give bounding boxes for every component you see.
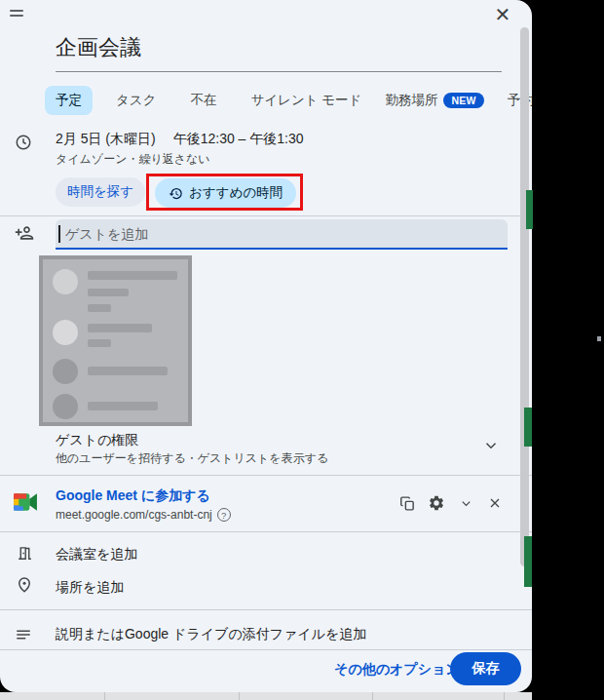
tab-working-location[interactable]: 勤務場所 NEW (385, 92, 483, 109)
suggested-times-label: おすすめの時間 (189, 184, 283, 202)
divider (0, 215, 532, 216)
meet-url-text: meet.google.com/cgs-anbt-cnj (56, 508, 212, 522)
add-description-row[interactable]: 説明またはGoogle ドライブの添付ファイルを追加 (56, 626, 366, 643)
location-pin-icon (16, 576, 39, 600)
suggested-times-button[interactable]: おすすめの時間 (155, 178, 296, 208)
remove-meet-icon[interactable] (485, 493, 505, 513)
tab-focus-time[interactable]: サイレント モード (240, 86, 372, 115)
event-time-range: 午後12:30 – 午後1:30 (173, 131, 304, 146)
new-badge: NEW (443, 93, 483, 108)
find-a-time-button[interactable]: 時間を探す (56, 177, 145, 207)
save-button[interactable]: 保存 (450, 652, 521, 685)
clock-icon (15, 134, 38, 157)
history-icon (169, 186, 183, 201)
help-icon[interactable]: ? (217, 508, 231, 522)
chevron-down-icon[interactable] (456, 493, 475, 513)
close-dialog-icon[interactable]: ✕ (491, 3, 514, 26)
event-date: 2月 5日 (木曜日) (56, 131, 156, 146)
description-lines-icon (15, 626, 38, 649)
meet-url: meet.google.com/cgs-anbt-cnj ? (56, 508, 231, 522)
tab-event[interactable]: 予定 (45, 86, 93, 115)
guest-suggestions-list-redacted[interactable] (39, 255, 192, 426)
google-meet-icon (13, 491, 36, 515)
add-location-row[interactable]: 場所を追加 (56, 579, 124, 597)
background-spreadsheet-fragment (526, 190, 533, 229)
tab-working-location-label: 勤務場所 (385, 92, 437, 109)
guest-permissions-desc: 他のユーザーを招待する・ゲストリストを表示する (56, 450, 328, 467)
tab-out-of-office[interactable]: 不在 (179, 86, 227, 115)
add-guests-input[interactable] (56, 219, 508, 250)
add-room-row[interactable]: 会議室を追加 (56, 546, 137, 564)
copy-icon[interactable] (397, 493, 417, 513)
drag-handle-icon[interactable] (10, 10, 23, 18)
background-spreadsheet-strip (0, 692, 532, 700)
join-google-meet-link[interactable]: Google Meet に参加する (56, 487, 210, 505)
scrollbar[interactable] (520, 27, 529, 566)
background-spreadsheet-fragment (524, 536, 532, 587)
event-type-tabs: 予定 タスク 不在 サイレント モード 勤務場所 NEW 予約スケジュール (45, 86, 532, 115)
divider (0, 609, 532, 610)
event-title-input[interactable]: 企画会議 (56, 33, 502, 72)
divider (0, 531, 532, 532)
meeting-room-icon (17, 545, 40, 568)
meet-actions (397, 493, 505, 513)
background-spreadsheet-fragment (524, 408, 532, 447)
add-guests-icon (15, 223, 38, 247)
event-dialog: ✕ 企画会議 予定 タスク 不在 サイレント モード 勤務場所 NEW 予約スケ… (0, 0, 532, 692)
text-caret (58, 225, 60, 243)
timezone-recurrence-label: タイムゾーン・繰り返さない (56, 151, 210, 168)
more-options-button[interactable]: その他のオプション (334, 661, 460, 679)
divider (0, 649, 532, 650)
divider (0, 475, 532, 476)
guest-permissions-title: ゲストの権限 (56, 432, 138, 449)
background-speck (597, 336, 601, 341)
chevron-down-icon[interactable] (482, 437, 500, 454)
tab-task[interactable]: タスク (105, 86, 167, 115)
event-date-time[interactable]: 2月 5日 (木曜日)午後12:30 – 午後1:30 (56, 131, 304, 148)
gear-icon[interactable] (427, 493, 446, 513)
